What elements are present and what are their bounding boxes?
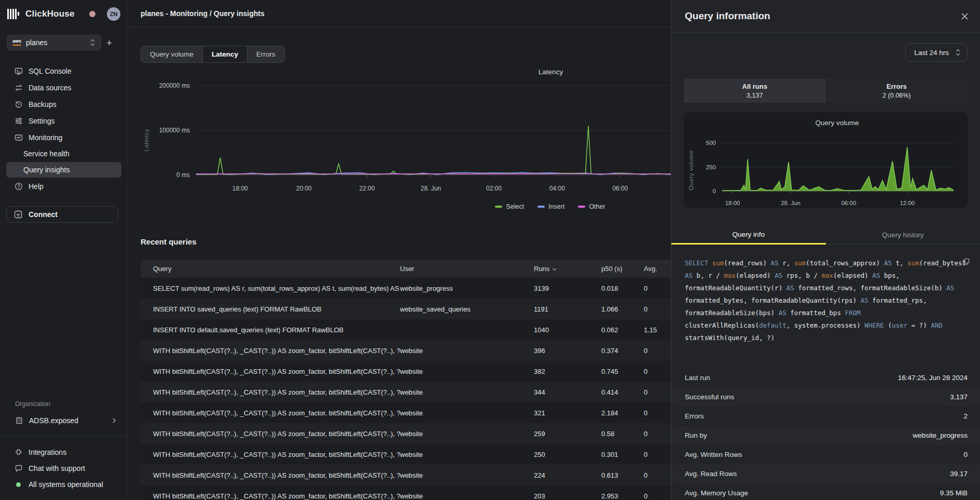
cell-user: website_progress [400,285,534,292]
cell-runs: 224 [534,471,601,479]
organization-section-label: Organization [15,400,128,408]
sidebar-item-sql-console[interactable]: SQL Console [6,63,121,79]
cell-p50: 0.414 [601,388,644,396]
tab-errors[interactable]: Errors [247,46,284,62]
copy-icon[interactable] [962,258,970,265]
organization-name: ADSB.exposed [29,416,78,425]
stat-row: Avg. Written Rows 0 [671,445,980,464]
col-p50[interactable]: p50 (s) [601,265,644,273]
svg-text:04:00: 04:00 [549,185,565,192]
avatar[interactable]: ZN [107,7,120,21]
chevron-updown-icon [90,39,95,46]
toggle-errors[interactable]: Errors 2 (0.06%) [826,79,968,103]
cell-query: INSERT INTO default.saved_queries (text)… [141,326,400,334]
sidebar-item-backups[interactable]: Backups [6,96,121,112]
cell-query: SELECT sum(read_rows) AS r, sum(total_ro… [141,285,400,292]
sidebar-item-help[interactable]: Help [6,178,121,194]
stat-row: Errors 2 [671,407,980,426]
query-information-panel: Query information Last 24 hrs All runs 3… [671,0,980,500]
cell-query: WITH bitShiftLeft(CAST(?..), _CAST(?..))… [141,409,400,417]
stat-row: Last run 16:47:25, Jun 28 2024 [671,368,980,387]
stat-label: Run by [685,431,707,439]
clickhouse-logo-icon [7,8,19,20]
svg-text:06:00: 06:00 [841,200,857,206]
sidebar-footer: Integrations Chat with support All syste… [0,444,128,493]
sidebar-item-data-sources[interactable]: Data sources [6,79,121,96]
cell-runs: 259 [534,430,601,438]
connect-icon [14,210,22,219]
sidebar-item-integrations[interactable]: Integrations [6,444,121,460]
sidebar-item-settings[interactable]: Settings [6,113,121,129]
cell-p50: 0.018 [601,285,644,292]
all-runs-count: 3,137 [747,92,763,99]
sidebar-item-query-insights[interactable]: Query insights [6,162,121,178]
help-icon [15,182,23,191]
chevron-right-icon [112,417,116,424]
sidebar-item-monitoring[interactable]: Monitoring [6,129,121,145]
legend-item[interactable]: Select [495,203,524,210]
stat-label: Avg. Memory Usage [685,489,748,497]
sidebar-item-service-health[interactable]: Service health [6,146,121,161]
query-volume-card: Query volume Query volume 025050018:0028… [684,112,968,208]
cell-user: website [400,492,534,500]
cell-p50: 0.301 [601,451,644,458]
cell-query: WITH bitShiftLeft(CAST(?..), _CAST(?..))… [141,368,400,375]
cell-p50: 0.062 [601,326,644,334]
tab-query-volume[interactable]: Query volume [141,46,203,62]
svg-text:18:00: 18:00 [725,200,740,206]
toggle-all-runs[interactable]: All runs 3,137 [684,79,826,103]
sql-code-block: SELECT sum(read_rows) AS r, sum(total_ro… [685,257,968,344]
tab-latency[interactable]: Latency [203,46,247,62]
stat-value: 0 [963,451,968,458]
mini-chart-title: Query volume [687,118,960,128]
time-range-row: Last 24 hrs [671,33,980,62]
cell-runs: 396 [534,347,601,355]
query-volume-chart[interactable]: 025050018:0028. Jun06:0012:00 [695,130,959,210]
sidebar-item-system-status[interactable]: All systems operational [6,477,121,492]
stat-row: Successful runs 3,137 [671,387,980,407]
cell-user: website_saved_queries [400,305,534,313]
cell-runs: 344 [534,388,601,396]
svg-text:0 ms: 0 ms [176,171,190,179]
tab-query-history[interactable]: Query history [826,226,980,245]
cell-query: WITH bitShiftLeft(CAST(?..), _CAST(?..))… [141,347,400,355]
col-query[interactable]: Query [141,265,400,273]
legend-item[interactable]: Insert [537,203,564,210]
workspace-select[interactable]: aws planes [7,35,101,50]
stat-label: Avg. Written Rows [685,451,742,458]
sort-desc-icon [552,265,557,273]
cell-query: WITH bitShiftLeft(CAST(?..), _CAST(?..))… [141,430,400,438]
stat-value: 16:47:25, Jun 28 2024 [898,374,968,382]
connect-button[interactable]: Connect [6,206,118,223]
backups-icon [15,100,23,109]
cell-p50: 0.745 [601,368,644,375]
svg-text:500: 500 [706,140,716,146]
stat-label: Errors [685,412,704,420]
stat-row: Avg. Read Rows 39.17 [671,464,980,483]
legend-item[interactable]: Other [578,203,605,210]
chevron-updown-icon [955,49,961,56]
col-runs[interactable]: Runs [534,265,601,273]
stat-value: 39.17 [950,470,968,478]
tab-query-info[interactable]: Query info [671,226,826,245]
cell-runs: 382 [534,368,601,375]
organization-item[interactable]: ADSB.exposed [6,413,121,428]
svg-text:28. Jun: 28. Jun [781,200,800,206]
cell-p50: 2.953 [601,492,644,500]
query-stats-list: Last run 16:47:25, Jun 28 2024 Successfu… [671,368,980,500]
cell-user: website [400,409,534,417]
close-icon[interactable] [961,12,969,20]
cell-p50: 0.58 [601,430,644,438]
svg-text:02:00: 02:00 [486,185,502,192]
cell-user: website [400,368,534,375]
col-user[interactable]: User [400,265,534,273]
time-range-select[interactable]: Last 24 hrs [905,43,968,62]
cell-runs: 1040 [534,326,601,334]
notification-dot-icon[interactable] [89,11,95,17]
settings-sliders-icon [15,117,23,125]
stat-value: website_progress [913,431,968,439]
sidebar-nav: SQL Console Data sources Backups Setting… [0,63,128,195]
panel-title: Query information [685,10,770,22]
sidebar-item-chat-support[interactable]: Chat with support [6,461,121,476]
add-service-button[interactable]: + [106,38,112,48]
